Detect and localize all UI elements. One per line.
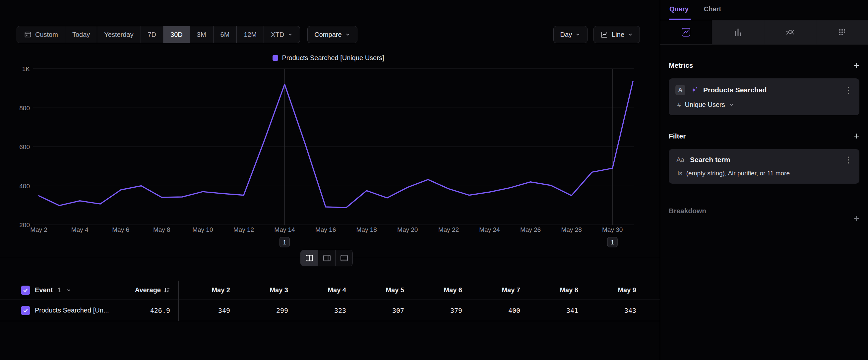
x-axis-label: May 16 xyxy=(315,226,336,233)
range-button-30d[interactable]: 30D xyxy=(163,26,190,43)
active-tab-underline xyxy=(669,19,691,20)
range-button-6m[interactable]: 6M xyxy=(214,26,237,43)
average-value: 426.9 xyxy=(150,307,170,314)
flows-chart-tab[interactable] xyxy=(764,20,816,44)
filter-condition-row[interactable]: Is (empty string), Air purifier, or 11 m… xyxy=(675,170,853,177)
layout-bottom-panel-icon xyxy=(340,254,348,262)
day-column-header[interactable]: May 5 xyxy=(353,286,411,294)
metric-card[interactable]: A Products Searched ⋮ # Unique Users xyxy=(669,78,859,115)
metric-name: Products Searched xyxy=(703,86,839,94)
table-row[interactable]: Products Searched [Un... 426.9 349299323… xyxy=(0,300,660,321)
range-label: 7D xyxy=(148,31,156,38)
average-header-cell[interactable]: Average xyxy=(118,286,178,294)
series-line[interactable] xyxy=(39,81,633,207)
aggregation-label: Unique Users xyxy=(685,101,725,109)
day-value-cell: 400 xyxy=(469,307,527,314)
annotation-badge-label: 1 xyxy=(611,239,614,246)
line-chart-tab[interactable] xyxy=(660,20,712,44)
chart-controls: Day Line xyxy=(553,26,640,43)
sparkle-icon xyxy=(690,86,699,94)
add-filter-button[interactable]: + xyxy=(854,132,859,140)
range-label: Yesterday xyxy=(104,31,133,38)
range-button-xtd[interactable]: XTD xyxy=(264,26,300,43)
breakdown-title: Breakdown xyxy=(669,207,706,215)
property-type-badge: Aa xyxy=(675,156,685,163)
filter-card[interactable]: Aa Search term ⋮ Is (empty string), Air … xyxy=(669,149,859,184)
toolbar: CustomTodayYesterday7D30D3M6M12MXTD Comp… xyxy=(17,26,640,43)
layout-side-panel-icon xyxy=(323,254,331,262)
chart-legend[interactable]: Products Searched [Unique Users] xyxy=(0,54,656,62)
filter-card-header: Aa Search term ⋮ xyxy=(675,156,853,164)
average-column-label: Average xyxy=(135,286,161,294)
day-value-cells: 349299323307379400341343 xyxy=(178,300,643,321)
day-value-cell: 323 xyxy=(295,307,353,314)
metrics-title: Metrics xyxy=(669,61,693,70)
sort-descending-icon xyxy=(163,287,170,294)
x-axis-label: May 28 xyxy=(561,226,582,233)
line-chart[interactable]: 2004006008001KMay 2May 4May 6May 8May 10… xyxy=(0,63,656,256)
day-value-cell: 299 xyxy=(237,307,295,314)
granularity-button[interactable]: Day xyxy=(553,26,588,43)
tab-chart[interactable]: Chart xyxy=(704,5,721,13)
legend-swatch xyxy=(273,55,278,61)
compare-button[interactable]: Compare xyxy=(307,26,357,43)
add-metric-button[interactable]: + xyxy=(854,61,859,70)
range-button-7d[interactable]: 7D xyxy=(141,26,164,43)
layout-split-columns-button[interactable] xyxy=(301,250,318,266)
layout-toggle-group xyxy=(300,250,353,266)
range-button-3m[interactable]: 3M xyxy=(190,26,214,43)
day-column-header[interactable]: May 2 xyxy=(179,286,237,294)
day-column-header[interactable]: May 6 xyxy=(411,286,469,294)
range-button-today[interactable]: Today xyxy=(65,26,97,43)
add-breakdown-button[interactable]: + xyxy=(854,214,859,223)
chevron-down-icon[interactable] xyxy=(66,287,71,293)
chart-type-button[interactable]: Line xyxy=(593,26,640,43)
date-range-group: CustomTodayYesterday7D30D3M6M12MXTD xyxy=(17,26,300,43)
event-header-cell: Event 1 xyxy=(21,286,118,295)
select-all-checkbox[interactable] xyxy=(21,286,30,295)
granularity-label: Day xyxy=(560,31,572,38)
day-column-header[interactable]: May 7 xyxy=(469,286,527,294)
range-button-yesterday[interactable]: Yesterday xyxy=(97,26,141,43)
day-column-header[interactable]: May 9 xyxy=(585,286,643,294)
sidebar-content: Metrics + A Products Searched ⋮ # Unique… xyxy=(660,61,868,223)
metric-card-header: A Products Searched ⋮ xyxy=(675,85,853,95)
kebab-menu-icon[interactable]: ⋮ xyxy=(844,157,853,163)
day-column-header[interactable]: May 8 xyxy=(527,286,585,294)
filter-value: (empty string), Air purifier, or 11 more xyxy=(686,170,790,177)
y-axis-label: 600 xyxy=(19,143,30,150)
legend-label: Products Searched [Unique Users] xyxy=(282,54,384,62)
y-axis-label: 400 xyxy=(19,183,30,190)
line-chart-icon xyxy=(600,31,609,38)
range-label: 12M xyxy=(244,31,257,38)
bar-chart-tab[interactable] xyxy=(712,20,764,44)
query-sidebar: Query Chart Metrics + xyxy=(660,0,868,360)
day-value-cell: 343 xyxy=(585,307,643,314)
chevron-down-icon xyxy=(729,102,734,107)
retention-dots-tab[interactable] xyxy=(816,20,868,44)
x-axis-label: May 8 xyxy=(153,226,170,233)
row-checkbox[interactable] xyxy=(21,306,30,315)
layout-bottom-panel-button[interactable] xyxy=(335,250,352,266)
day-value-cell: 349 xyxy=(179,307,237,314)
x-axis-label: May 6 xyxy=(112,226,129,233)
tab-query[interactable]: Query xyxy=(670,5,689,13)
x-axis-label: May 22 xyxy=(438,226,459,233)
layout-side-panel-button[interactable] xyxy=(318,250,335,266)
day-column-header[interactable]: May 4 xyxy=(295,286,353,294)
filter-property-name: Search term xyxy=(690,156,839,164)
day-column-header[interactable]: May 3 xyxy=(237,286,295,294)
range-label: XTD xyxy=(271,31,284,38)
breakdown-section-header: Breakdown + xyxy=(669,199,859,223)
line-chart-tab-icon xyxy=(681,27,691,37)
day-value-cell: 307 xyxy=(353,307,411,314)
check-icon xyxy=(23,287,29,293)
kebab-menu-icon[interactable]: ⋮ xyxy=(844,87,853,93)
filter-title: Filter xyxy=(669,132,686,140)
chart-type-tabs xyxy=(660,20,868,45)
range-button-custom[interactable]: Custom xyxy=(17,26,65,43)
x-axis-label: May 30 xyxy=(602,226,623,233)
metric-aggregation-row[interactable]: # Unique Users xyxy=(675,101,853,109)
range-button-12m[interactable]: 12M xyxy=(237,26,264,43)
average-value-cell: 426.9 xyxy=(118,307,178,314)
